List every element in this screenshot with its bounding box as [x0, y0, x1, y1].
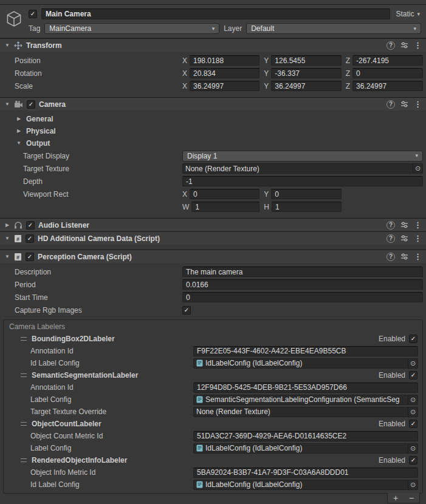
object-picker-icon[interactable]: ⊙	[413, 164, 422, 173]
gameobject-active-checkbox[interactable]: ✓	[29, 10, 37, 18]
object-picker-icon[interactable]: ⊙	[408, 444, 417, 453]
scale-label: Scale	[15, 82, 182, 90]
position-z-field[interactable]: -267.4195	[352, 55, 423, 66]
scale-z-field[interactable]: 36.24997	[352, 81, 423, 91]
foldout-closed-icon[interactable]: ▶	[4, 223, 10, 228]
help-icon[interactable]: ?	[386, 100, 395, 109]
static-dropdown[interactable]: Static ▾	[394, 10, 421, 18]
help-icon[interactable]: ?	[386, 221, 395, 230]
x-axis-label: X	[182, 56, 187, 65]
kebab-menu-icon[interactable]: ⋮	[414, 100, 422, 108]
help-icon[interactable]: ?	[386, 234, 395, 243]
layer-dropdown[interactable]: Default ▾	[246, 23, 421, 34]
audio-listener-enabled-checkbox[interactable]: ✓	[26, 221, 35, 230]
foldout-open-icon[interactable]: ▼	[4, 102, 10, 107]
rotation-y-field[interactable]: -36.337	[271, 68, 341, 78]
target-texture-override-row: Target Texture Override None (Render Tex…	[4, 406, 422, 418]
help-icon[interactable]: ?	[386, 41, 395, 50]
labeler-row-boundingbox2d[interactable]: BoundingBox2DLabeler Enabled ✓	[4, 333, 422, 345]
id-label-config-field[interactable]: IdLabelConfig (IdLabelConfig) ⊙	[193, 358, 418, 369]
foldout-open-icon[interactable]: ▼	[4, 43, 10, 48]
presets-icon[interactable]	[400, 234, 408, 242]
add-labeler-button[interactable]: +	[388, 493, 404, 503]
labeler-enabled-checkbox[interactable]: ✓	[409, 420, 417, 428]
camera-enabled-checkbox[interactable]: ✓	[27, 100, 35, 109]
scale-x-field[interactable]: 36.24997	[190, 81, 259, 91]
hd-camera-data-enabled-checkbox[interactable]: ✓	[26, 234, 34, 243]
help-icon[interactable]: ?	[386, 253, 395, 261]
tag-dropdown[interactable]: MainCamera ▾	[44, 23, 219, 34]
viewport-h-field[interactable]: 1	[272, 202, 342, 212]
presets-icon[interactable]	[400, 41, 408, 49]
camera-output-foldout[interactable]: ▼ Output	[0, 137, 426, 149]
position-y-field[interactable]: 126.5455	[271, 55, 341, 66]
rotation-z-field[interactable]: 0	[352, 68, 423, 78]
kebab-menu-icon[interactable]: ⋮	[414, 253, 422, 261]
object-info-metric-id-field[interactable]: 5BA92024-B3B7-41A7-9D3F-C03A6A8DDD01	[193, 468, 418, 478]
position-x-field[interactable]: 198.0188	[190, 55, 259, 66]
start-time-field[interactable]: 0	[182, 292, 423, 302]
presets-icon[interactable]	[400, 100, 408, 108]
scale-y-field[interactable]: 36.24997	[271, 81, 341, 91]
hd-camera-data-body	[0, 245, 426, 250]
kebab-menu-icon[interactable]: ⋮	[414, 221, 422, 229]
check-icon: ✓	[411, 336, 416, 342]
kebab-menu-icon[interactable]: ⋮	[414, 41, 422, 49]
object-picker-icon[interactable]: ⊙	[408, 359, 417, 368]
labeler-row-renderedobjectinfo[interactable]: RenderedObjectInfoLabeler Enabled ✓	[4, 454, 422, 466]
labeler-name: RenderedObjectInfoLabeler	[32, 456, 127, 465]
camera-header[interactable]: ▼ ✓ Camera ? ⋮	[0, 97, 426, 111]
annotation-id-field[interactable]: 12F94D8D-5425-4DEB-9B21-5E53AD957D66	[193, 383, 418, 393]
audio-listener-header[interactable]: ▶ ✓ Audio Listener ? ⋮	[0, 218, 426, 231]
object-picker-icon[interactable]: ⊙	[408, 407, 417, 417]
depth-field[interactable]: -1	[182, 176, 423, 186]
labeler-enabled-checkbox[interactable]: ✓	[409, 371, 417, 380]
camera-physical-foldout[interactable]: ▶ Physical	[0, 125, 426, 137]
kebab-menu-icon[interactable]: ⋮	[414, 234, 422, 242]
period-field[interactable]: 0.0166	[182, 279, 423, 290]
labeler-enabled-checkbox[interactable]: ✓	[409, 456, 417, 465]
id-label-config-field[interactable]: IdLabelConfig (IdLabelConfig) ⊙	[193, 480, 418, 490]
object-picker-icon[interactable]: ⊙	[408, 395, 417, 404]
viewport-y-field[interactable]: 0	[271, 189, 341, 199]
rotation-x-field[interactable]: 20.834	[190, 68, 259, 78]
label-config-field[interactable]: IdLabelConfig (IdLabelConfig) ⊙	[193, 443, 418, 454]
object-picker-icon[interactable]: ⊙	[408, 480, 417, 489]
x-axis-label: X	[182, 190, 187, 199]
viewport-w-field[interactable]: 1	[191, 202, 259, 212]
foldout-closed-icon[interactable]: ▶	[16, 129, 22, 134]
gameobject-header: ✓ Main Camera Static ▾ Tag MainCamera ▾ …	[0, 5, 426, 38]
drag-handle-icon[interactable]	[21, 337, 27, 341]
foldout-open-icon[interactable]: ▼	[16, 141, 22, 146]
description-field[interactable]: The main camera	[182, 267, 423, 277]
target-display-dropdown[interactable]: Display 1 ▾	[182, 151, 423, 162]
target-texture-override-field[interactable]: None (Render Texture) ⊙	[193, 407, 418, 417]
presets-icon[interactable]	[400, 253, 408, 261]
position-row: Position X198.0188 Y126.5455 Z-267.4195	[0, 54, 426, 67]
target-texture-field[interactable]: None (Render Texture) ⊙	[182, 163, 423, 174]
labeler-row-semanticsegmentation[interactable]: SemanticSegmentationLabeler Enabled ✓	[4, 369, 422, 381]
camera-general-foldout[interactable]: ▶ General	[0, 113, 426, 125]
object-count-metric-id-field[interactable]: 51DA3C27-369D-4929-AEA6-D01614635CE2	[193, 431, 418, 441]
drag-handle-icon[interactable]	[21, 373, 27, 377]
drag-handle-icon[interactable]	[21, 422, 27, 426]
label-config-field[interactable]: SemanticSegmentationLabelingConfiguratio…	[193, 395, 418, 405]
capture-rgb-checkbox[interactable]: ✓	[182, 306, 191, 315]
annotation-id-field[interactable]: F9F22E05-443F-4602-A422-EBE4EA9B55CB	[193, 346, 418, 356]
transform-header[interactable]: ▼ Transform ? ⋮	[0, 38, 426, 52]
enabled-label: Enabled	[379, 335, 405, 343]
drag-handle-icon[interactable]	[21, 458, 27, 462]
foldout-open-icon[interactable]: ▼	[4, 254, 10, 259]
hd-camera-data-header[interactable]: ▼ # ✓ HD Additional Camera Data (Script)…	[0, 231, 426, 245]
presets-icon[interactable]	[400, 221, 408, 229]
labeler-enabled-checkbox[interactable]: ✓	[409, 335, 417, 343]
remove-labeler-button[interactable]: −	[404, 493, 419, 503]
foldout-open-icon[interactable]: ▼	[4, 236, 10, 241]
perception-camera-enabled-checkbox[interactable]: ✓	[26, 253, 34, 261]
perception-camera-header[interactable]: ▼ # ✓ Perception Camera (Script) ? ⋮	[0, 250, 426, 263]
foldout-closed-icon[interactable]: ▶	[16, 117, 22, 121]
viewport-x-field[interactable]: 0	[190, 189, 259, 199]
gameobject-name-field[interactable]: Main Camera	[41, 9, 390, 19]
labeler-row-objectcount[interactable]: ObjectCountLabeler Enabled ✓	[4, 418, 422, 430]
gameobject-name-row: ✓ Main Camera Static ▾	[29, 9, 421, 19]
